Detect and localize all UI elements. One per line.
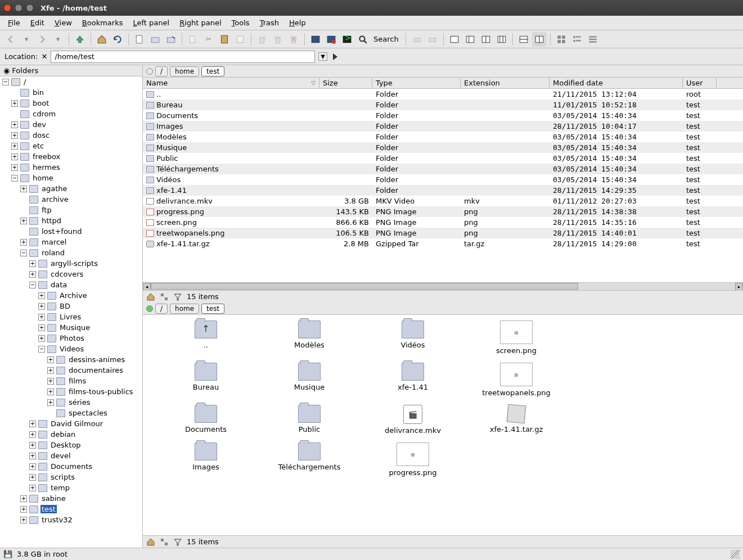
tree-label[interactable]: roland [40, 249, 66, 257]
breadcrumb-segment[interactable]: home [170, 304, 199, 314]
tree-expander[interactable]: + [38, 292, 45, 299]
new-link-button[interactable] [164, 32, 178, 47]
tree-label[interactable]: Photos [58, 334, 85, 342]
icon-panel[interactable]: ..ModèlesVidéos▦screen.pngBureauMusiquex… [143, 315, 743, 535]
icon-item[interactable]: xfe-1.41 [361, 363, 465, 397]
tree-label[interactable]: Archive [58, 291, 88, 300]
thumbnails-button-2[interactable] [160, 538, 169, 547]
tree-label[interactable]: Videos [58, 345, 85, 353]
tree-label[interactable]: marcel [40, 238, 67, 246]
unmount-button[interactable] [425, 32, 440, 47]
column-size[interactable]: Size [319, 78, 372, 88]
location-dropdown-icon[interactable]: ▼ [318, 52, 327, 61]
tree-node-devel[interactable]: +devel [0, 450, 142, 461]
icon-item[interactable]: Bureau [154, 363, 258, 397]
tree-node-ftp[interactable]: ftp [0, 205, 142, 215]
new-root-window-button[interactable] [324, 32, 339, 47]
breadcrumb-segment[interactable]: test [201, 304, 224, 314]
window-close-button[interactable] [3, 4, 11, 12]
properties-button[interactable] [233, 32, 247, 47]
tree-node-boot[interactable]: +boot [0, 98, 142, 109]
tree-node-sabine[interactable]: +sabine [0, 493, 142, 504]
breadcrumb-segment[interactable]: / [155, 304, 168, 314]
tree-expander[interactable]: + [47, 367, 54, 374]
tree-label[interactable]: spectacles [67, 409, 109, 417]
tree-label[interactable]: Livres [58, 313, 82, 321]
tree-node-archive[interactable]: archive [0, 194, 142, 205]
tree-label[interactable]: films [67, 377, 87, 385]
icon-item[interactable]: Images [154, 442, 258, 477]
icon-item[interactable]: Modèles [258, 320, 361, 355]
tree-expander[interactable]: + [20, 239, 27, 246]
window-minimize-button[interactable] [15, 4, 22, 12]
tree-label[interactable]: temp [49, 484, 71, 492]
horizontal-panels-button[interactable] [516, 32, 531, 47]
location-input[interactable] [51, 51, 315, 63]
hscroll-right-button[interactable]: ▸ [735, 283, 743, 291]
paste-button[interactable] [217, 32, 232, 47]
list-row[interactable]: MusiqueFolder03/05/2014 15:40:34test [143, 142, 743, 153]
tree-label[interactable]: argyll-scripts [49, 259, 99, 268]
tree-expander[interactable]: + [38, 335, 45, 342]
tree-label[interactable]: bin [31, 88, 45, 97]
list-row[interactable]: ImagesFolder28/11/2015 10:04:17test [143, 121, 743, 132]
tree-label[interactable]: data [49, 281, 68, 289]
icon-item[interactable]: Vidéos [361, 320, 465, 355]
tree-expander[interactable]: + [29, 271, 36, 278]
tree-node-temp[interactable]: +temp [0, 482, 142, 493]
tree-node-documents[interactable]: +Documents [0, 461, 142, 472]
tree-label[interactable]: agathe [40, 184, 69, 193]
small-icon-view-button[interactable] [570, 32, 584, 47]
list-row[interactable]: delivrance.mkv3.8 GBMKV Videomkv01/11/20… [143, 196, 743, 206]
vertical-panels-button[interactable] [532, 32, 547, 47]
tree-label[interactable]: home [31, 174, 55, 182]
tree-expander[interactable]: + [20, 186, 27, 192]
terminal-button[interactable]: >_ [340, 32, 354, 47]
list-row[interactable]: TéléchargementsFolder03/05/2014 15:40:34… [143, 164, 743, 174]
icon-item[interactable]: ▦screen.png [465, 320, 568, 355]
new-folder-button[interactable] [148, 32, 163, 47]
hscroll-thumb[interactable] [151, 283, 578, 290]
tree-expander[interactable]: + [29, 260, 36, 267]
delete-button[interactable] [286, 32, 301, 47]
tree-node-test[interactable]: +test [0, 504, 142, 514]
list-row[interactable]: xfe-1.41Folder28/11/2015 14:29:35test [143, 185, 743, 196]
column-extension[interactable]: Extension [461, 78, 550, 88]
nav-forward-button[interactable] [35, 32, 49, 47]
tree-expander[interactable]: + [47, 356, 54, 363]
tree-node-roland[interactable]: −roland [0, 247, 142, 258]
icon-item[interactable]: Musique [258, 363, 361, 397]
refresh-button[interactable] [110, 32, 125, 47]
tree-expander[interactable]: + [29, 463, 36, 470]
menu-file[interactable]: File [3, 17, 25, 29]
icon-view-button[interactable] [554, 32, 569, 47]
tree-node-cdcovers[interactable]: +cdcovers [0, 269, 142, 279]
tree-expander[interactable]: + [11, 143, 18, 150]
tree-node-freebox[interactable]: +freebox [0, 151, 142, 162]
icon-item[interactable]: xfe-1.41.tar.gz [465, 405, 568, 435]
breadcrumb-segment[interactable]: test [201, 66, 224, 76]
tree-label[interactable]: lost+found [40, 227, 83, 236]
nav-back-menu[interactable]: ▾ [19, 32, 34, 47]
tree-root-label[interactable]: / [22, 78, 27, 86]
nav-forward-menu[interactable]: ▾ [51, 32, 65, 47]
tree-label[interactable]: cdrom [31, 110, 57, 118]
tree-node-agathe[interactable]: +agathe [0, 183, 142, 194]
tree-expander[interactable]: + [38, 314, 45, 320]
tree-expander[interactable]: + [20, 506, 27, 513]
location-go-icon[interactable] [331, 52, 340, 61]
tree-node-httpd[interactable]: +httpd [0, 215, 142, 226]
tree-label[interactable]: BD [58, 302, 71, 310]
icon-item[interactable]: Téléchargements [258, 442, 361, 477]
tree-body[interactable]: −/bin+bootcdrom+dev+dosc+etc+freebox+her… [0, 76, 142, 548]
tree-expander[interactable]: + [47, 389, 54, 395]
hscroll-left-button[interactable]: ◂ [143, 283, 151, 291]
column-name[interactable]: Name▽ [143, 78, 319, 88]
tree-node-dessins-animes[interactable]: +dessins-animes [0, 354, 142, 365]
tree-node-bd[interactable]: +BD [0, 301, 142, 311]
tree-node-films[interactable]: +films [0, 376, 142, 386]
list-row[interactable]: VidéosFolder03/05/2014 15:40:34test [143, 174, 743, 185]
list-row[interactable]: screen.png866.6 KBPNG Imagepng28/11/2015… [143, 217, 743, 228]
tree-node-dosc[interactable]: +dosc [0, 130, 142, 141]
tree-node-etc[interactable]: +etc [0, 141, 142, 151]
